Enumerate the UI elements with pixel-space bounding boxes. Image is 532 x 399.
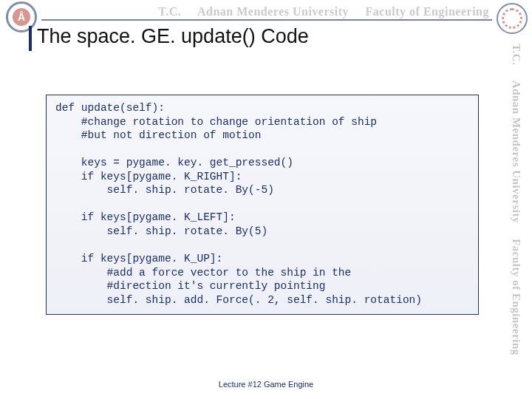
university-seal-icon: Å xyxy=(6,1,37,33)
title-accent-bar xyxy=(29,26,32,51)
code-text: def update(self): #change rotation to ch… xyxy=(55,101,469,307)
seal-glyph: Å xyxy=(6,1,37,33)
watermark-right: T.C. Adnan Menderes University Faculty o… xyxy=(499,0,532,399)
faculty-seal-icon xyxy=(497,3,528,34)
code-block: def update(self): #change rotation to ch… xyxy=(46,95,479,315)
watermark-top: T.C. Adnan Menderes University Faculty o… xyxy=(0,1,532,22)
slide-title: The space. GE. update() Code xyxy=(37,25,309,48)
watermark-right-text: T.C. Adnan Menderes University Faculty o… xyxy=(510,44,522,355)
slide-footer: Lecture #12 Game Engine xyxy=(0,380,532,389)
